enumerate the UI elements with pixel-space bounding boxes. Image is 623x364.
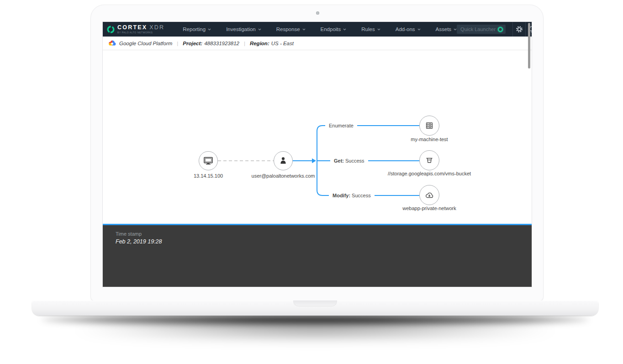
region-label: Region: [250,41,269,46]
chevron-down-icon [302,28,306,31]
navbar-right: Edith Harmon Palo Alto Networks [457,22,532,37]
user-icon [279,156,287,165]
node-label-user: user@paloaltonetworks.com [252,173,315,179]
timestamp-value: Feb 2, 2019 19:28 [116,238,532,245]
nav-item-reporting[interactable]: Reporting [183,26,211,32]
graph-node-bucket[interactable] [419,150,439,170]
app-screen: CORTEX XDR BY PALO ALTO NETWORKS Reporti… [103,22,532,287]
chevron-down-icon [258,28,261,31]
edge-label-get: Get:Success [330,158,368,164]
edge-label-text: Success [352,193,371,198]
vertical-scrollbar-thumb[interactable] [528,23,530,69]
nav-item-label: Rules [361,26,375,32]
laptop-mockup-stage: CORTEX XDR BY PALO ALTO NETWORKS Reporti… [0,0,623,364]
quick-launcher[interactable] [457,25,506,34]
timestamp-label: Time stamp [116,231,532,237]
monitor-icon [203,156,213,165]
nav-item-label: Assets [436,26,452,32]
chevron-down-icon [343,28,346,31]
brand-tagline: BY PALO ALTO NETWORKS [117,32,164,34]
graph-node-network[interactable] [419,185,439,205]
region-value: US - East [271,41,294,46]
nav-item-investigation[interactable]: Investigation [226,26,261,32]
context-subheader: Google Cloud Platform | Project: 4883319… [103,37,532,50]
nav-item-endpoints[interactable]: Endpoits [321,26,347,32]
edge-label-modify: Modify:Success [329,193,375,198]
settings-button[interactable] [512,22,525,37]
cloud-network-icon [425,191,434,199]
laptop-base [32,301,598,316]
edge-label-prefix: Get: [334,158,344,164]
project-value: 488331923812 [204,41,239,46]
node-label-source-ip: 13.14.15.100 [194,173,223,179]
nav-item-response[interactable]: Response [276,26,306,32]
nav-item-label: Response [276,26,300,32]
nav-item-label: Endpoits [321,26,341,32]
cortex-logo[interactable]: CORTEX XDR BY PALO ALTO NETWORKS [103,25,164,34]
divider: | [177,41,178,46]
cortex-logo-icon [107,26,115,33]
brand-name: CORTEX [117,25,147,31]
laptop-shadow-soft [69,320,562,339]
graph-node-source-ip[interactable] [199,151,218,170]
nav-item-assets[interactable]: Assets [436,26,457,32]
chevron-down-icon [208,28,211,31]
laptop-base-notch [293,301,337,306]
edge-label-text: Success [345,158,364,164]
brand-product: XDR [149,25,164,31]
platform-name: Google Cloud Platform [119,41,172,46]
main-nav-menu: Reporting Investigation Response Endpoit… [183,26,457,32]
gear-icon [516,26,523,33]
nav-item-label: Add-ons [396,26,415,32]
nav-item-addons[interactable]: Add-ons [396,26,421,32]
storage-bucket-icon [425,156,433,164]
chevron-down-icon [417,28,421,31]
graph-canvas: 13.14.15.100 user@paloaltonetworks.com [103,50,532,224]
top-navbar: CORTEX XDR BY PALO ALTO NETWORKS Reporti… [103,22,532,37]
graph-connectors [103,50,532,224]
graph-node-user[interactable] [274,151,293,170]
nav-item-label: Investigation [226,26,256,32]
quick-launcher-input[interactable] [457,26,497,32]
chevron-down-icon [454,28,457,31]
node-label-machine: my-machine-test [411,137,448,142]
gcp-cloud-icon [109,40,116,46]
node-label-bucket: //storage.googleapis.com/vms-bucket [388,171,471,176]
quick-launcher-target-icon [497,26,504,33]
edge-label-prefix: Modify: [333,193,350,198]
chevron-down-icon [377,28,380,31]
edge-label-enumerate: Enumerate [325,123,357,128]
node-label-network: webapp-private-network [402,206,456,211]
timestamp-panel: Time stamp Feb 2, 2019 19:28 [103,224,532,287]
nav-item-rules[interactable]: Rules [361,26,380,32]
server-icon [425,121,433,130]
divider: | [244,41,245,46]
graph-node-machine[interactable] [419,116,439,136]
camera-dot [316,11,319,15]
project-label: Project: [183,41,202,46]
nav-item-label: Reporting [183,26,206,32]
edge-label-text: Enumerate [329,123,354,128]
